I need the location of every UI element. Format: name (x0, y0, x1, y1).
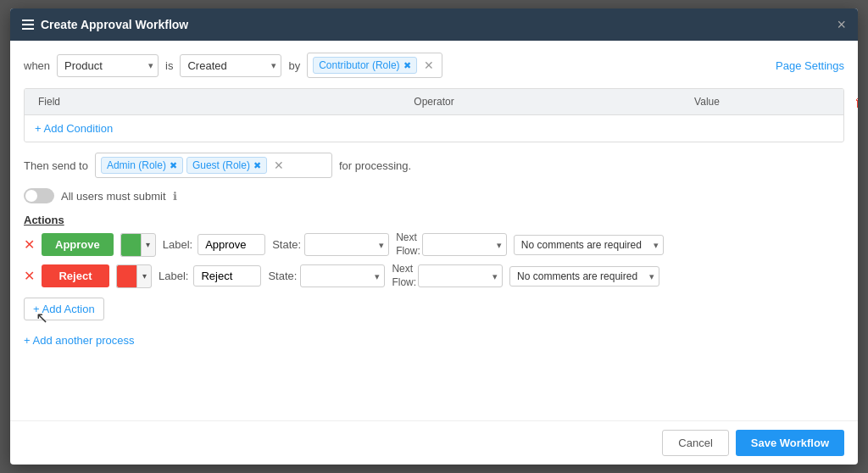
approve-button[interactable]: Approve (42, 233, 114, 256)
page-settings-link[interactable]: Page Settings (776, 59, 844, 72)
approve-color-swatch[interactable] (120, 233, 141, 257)
reject-next-flow-select-wrapper[interactable] (418, 264, 503, 287)
approve-next-flow-select-wrapper[interactable] (422, 233, 507, 256)
send-row: Then send to Admin (Role) ✖ Guest (Role)… (24, 153, 844, 178)
cancel-button[interactable]: Cancel (662, 430, 728, 456)
action-delete-reject[interactable]: ✕ (24, 268, 35, 284)
hamburger-icon (22, 19, 34, 30)
send-to-input-close[interactable]: ✕ (274, 159, 284, 172)
modal-title: Create Approval Workflow (41, 18, 188, 31)
actions-title: Actions (24, 214, 844, 226)
all-users-toggle[interactable] (24, 188, 54, 203)
created-select[interactable]: Created (180, 54, 281, 77)
modal-header-left: Create Approval Workflow (22, 18, 188, 31)
value-header: Value (570, 89, 843, 114)
reject-comments-select[interactable]: No comments are required Comments are re… (509, 266, 659, 287)
approve-color-picker[interactable]: ▾ (120, 233, 156, 257)
send-to-tag-input[interactable]: Admin (Role) ✖ Guest (Role) ✖ ✕ (95, 153, 332, 178)
approve-label-text: Label: (163, 238, 192, 251)
admin-tag: Admin (Role) ✖ (101, 157, 183, 174)
conditions-header: Field Operator Value (25, 89, 843, 115)
reject-color-swatch[interactable] (116, 264, 136, 288)
approve-next-flow-wrap: NextFlow: (396, 231, 507, 258)
approve-state-wrap: State: (272, 233, 389, 256)
reject-label-input[interactable] (193, 265, 261, 287)
approve-label-wrap: Label: (163, 234, 265, 255)
info-icon[interactable]: ℹ (173, 190, 177, 203)
modal-footer: Cancel Save Workflow (10, 420, 858, 465)
add-condition-row: + Add Condition (25, 115, 843, 142)
when-row: when Product is Created by Contributor (… (24, 53, 844, 78)
reject-state-select[interactable] (300, 264, 385, 287)
reject-next-flow-wrap: NextFlow: (392, 263, 503, 289)
add-action-container: + Add Action ↖ (24, 294, 844, 320)
when-label: when (24, 59, 50, 72)
contributor-tag-remove[interactable]: ✖ (403, 60, 411, 71)
conditions-container: Field Operator Value + Add Condition 🗑 (24, 88, 844, 142)
action-row-reject: ✕ Reject ▾ Label: State: (24, 263, 844, 289)
add-condition-button[interactable]: + Add Condition (35, 122, 113, 135)
contributor-tag: Contributor (Role) ✖ (313, 57, 416, 74)
approve-color-dropdown[interactable]: ▾ (141, 233, 156, 257)
contributor-tag-input[interactable]: Contributor (Role) ✖ ✕ (307, 53, 442, 78)
guest-tag: Guest (Role) ✖ (186, 157, 267, 174)
reject-next-flow-select[interactable] (418, 264, 503, 287)
create-approval-workflow-modal: Create Approval Workflow × when Product … (10, 8, 858, 465)
created-select-wrapper[interactable]: Created (180, 54, 281, 77)
reject-label-wrap: Label: (159, 265, 261, 287)
approve-comments-select[interactable]: No comments are required Comments are re… (514, 235, 664, 255)
add-another-process-button[interactable]: + Add another process (24, 331, 844, 350)
cursor-indicator: ↖ (36, 309, 48, 327)
reject-color-picker[interactable]: ▾ (116, 264, 152, 288)
approve-state-select-wrapper[interactable] (304, 233, 389, 256)
reject-state-select-wrapper[interactable] (300, 264, 385, 287)
by-label: by (288, 59, 300, 72)
action-row-approve: ✕ Approve ▾ Label: State: (24, 231, 844, 258)
product-select[interactable]: Product (57, 54, 159, 77)
toggle-row: All users must submit ℹ (24, 188, 844, 203)
reject-color-dropdown[interactable]: ▾ (136, 264, 152, 288)
approve-label-input[interactable] (198, 234, 265, 255)
actions-section: Actions ✕ Approve ▾ Label: State: (24, 214, 844, 320)
approve-state-label: State: (272, 238, 301, 251)
reject-label-text: Label: (159, 270, 188, 282)
approve-next-flow-label: NextFlow: (396, 231, 420, 258)
approve-state-select[interactable] (304, 233, 389, 256)
guest-tag-remove[interactable]: ✖ (253, 160, 261, 171)
modal-header: Create Approval Workflow × (10, 8, 858, 41)
approve-comments-wrapper[interactable]: No comments are required Comments are re… (514, 235, 664, 255)
save-workflow-button[interactable]: Save Workflow (736, 430, 844, 456)
product-select-wrapper[interactable]: Product (57, 54, 159, 77)
tag-input-close[interactable]: ✕ (424, 58, 434, 72)
approve-next-flow-select[interactable] (422, 233, 507, 256)
close-icon[interactable]: × (837, 17, 846, 32)
modal-body: when Product is Created by Contributor (… (10, 41, 858, 420)
send-label: Then send to (24, 159, 88, 172)
action-delete-approve[interactable]: ✕ (24, 236, 35, 253)
reject-comments-wrapper[interactable]: No comments are required Comments are re… (509, 266, 659, 287)
for-processing-label: for processing. (339, 159, 411, 172)
contributor-tag-label: Contributor (Role) (319, 59, 399, 71)
admin-tag-label: Admin (Role) (107, 159, 166, 171)
toggle-label: All users must submit (61, 190, 166, 203)
reject-state-label: State: (268, 270, 297, 282)
reject-next-flow-label: NextFlow: (392, 263, 416, 289)
conditions-box: Field Operator Value + Add Condition (24, 88, 844, 142)
admin-tag-remove[interactable]: ✖ (170, 160, 177, 171)
delete-conditions-icon[interactable]: 🗑 (854, 95, 858, 110)
reject-state-wrap: State: (268, 264, 385, 287)
operator-header: Operator (298, 89, 570, 114)
field-header: Field (25, 89, 298, 114)
is-label: is (165, 59, 173, 72)
guest-tag-label: Guest (Role) (192, 159, 250, 171)
reject-button[interactable]: Reject (42, 264, 109, 287)
